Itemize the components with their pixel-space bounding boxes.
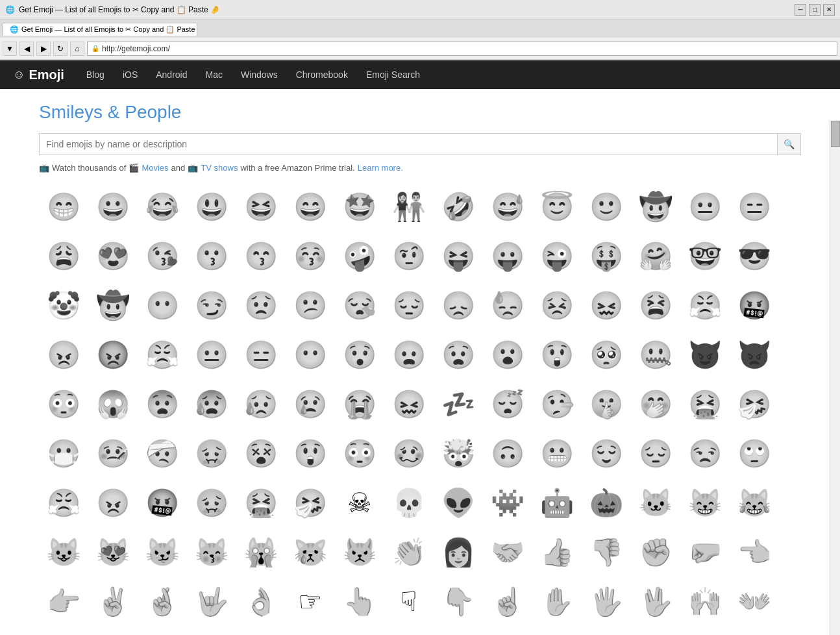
emoji-cell[interactable]: ☝ — [483, 577, 532, 626]
emoji-cell[interactable]: 🤬 — [730, 280, 779, 330]
emoji-cell[interactable]: 🤪 — [335, 231, 384, 280]
emoji-cell[interactable]: 🤭 — [631, 379, 680, 429]
emoji-cell[interactable]: 😳 — [335, 429, 384, 478]
emoji-cell[interactable]: 🤙 — [236, 626, 286, 635]
emoji-cell[interactable]: 😐 — [680, 182, 730, 231]
emoji-cell[interactable]: 😿 — [286, 527, 335, 577]
emoji-cell[interactable]: 🤑 — [582, 231, 631, 280]
emoji-cell[interactable]: 🤢 — [187, 478, 236, 527]
emoji-cell[interactable]: 😼 — [138, 527, 187, 577]
emoji-cell[interactable]: 😖 — [384, 379, 434, 429]
emoji-cell[interactable]: 👏 — [384, 527, 434, 577]
emoji-cell[interactable]: 👎 — [582, 527, 631, 577]
emoji-cell[interactable]: 😑 — [730, 182, 779, 231]
emoji-cell[interactable]: 🤧 — [730, 379, 779, 429]
emoji-cell[interactable]: 😆 — [236, 182, 286, 231]
emoji-cell[interactable]: 😓 — [483, 280, 532, 330]
emoji-cell[interactable]: 😘 — [138, 231, 187, 280]
emoji-cell[interactable]: ✊ — [631, 527, 680, 577]
emoji-cell[interactable]: 😹 — [730, 478, 779, 527]
emoji-cell[interactable]: 🤳 — [187, 626, 236, 635]
amazon-learn-more-link[interactable]: Learn more. — [358, 163, 403, 173]
emoji-cell[interactable]: 😳 — [39, 379, 88, 429]
emoji-cell[interactable]: 😍 — [88, 231, 138, 280]
emoji-cell[interactable]: 👍 — [532, 527, 582, 577]
nav-link-android[interactable]: Android — [147, 60, 196, 89]
scrollbar[interactable] — [830, 120, 840, 635]
emoji-cell[interactable]: 👧 — [730, 626, 779, 635]
emoji-cell[interactable]: 🤧 — [286, 478, 335, 527]
emoji-cell[interactable]: 😨 — [138, 379, 187, 429]
emoji-cell[interactable]: 😕 — [286, 280, 335, 330]
emoji-cell[interactable]: 😤 — [138, 330, 187, 379]
nav-link-mac[interactable]: Mac — [196, 60, 231, 89]
search-input[interactable] — [39, 133, 778, 155]
emoji-cell[interactable]: 💪 — [39, 626, 88, 635]
emoji-cell[interactable]: 😮 — [483, 330, 532, 379]
site-logo[interactable]: ☺ Emoji — [13, 68, 64, 82]
search-button[interactable]: 🔍 — [778, 133, 801, 155]
close-button[interactable]: ✕ — [823, 4, 835, 16]
emoji-cell[interactable]: 😰 — [187, 379, 236, 429]
emoji-cell[interactable]: 🤠 — [88, 280, 138, 330]
nav-link-ios[interactable]: iOS — [114, 60, 147, 89]
emoji-cell[interactable]: 🤢 — [187, 429, 236, 478]
emoji-cell[interactable]: 🖕 — [88, 626, 138, 635]
emoji-cell[interactable]: 👄 — [384, 626, 434, 635]
emoji-cell[interactable]: 🤓 — [680, 231, 730, 280]
emoji-cell[interactable]: 🤮 — [680, 379, 730, 429]
emoji-cell[interactable]: 🤐 — [631, 330, 680, 379]
emoji-cell[interactable]: 👶 — [680, 626, 730, 635]
emoji-cell[interactable]: 🤠 — [631, 182, 680, 231]
emoji-cell[interactable]: 😏 — [187, 280, 236, 330]
emoji-cell[interactable]: 💤 — [434, 379, 483, 429]
emoji-cell[interactable]: 😌 — [582, 429, 631, 478]
emoji-cell[interactable]: 🤮 — [236, 478, 286, 527]
emoji-cell[interactable]: 😞 — [434, 280, 483, 330]
emoji-cell[interactable]: 😚 — [286, 231, 335, 280]
emoji-cell[interactable]: 😯 — [335, 330, 384, 379]
emoji-cell[interactable]: 😤 — [39, 478, 88, 527]
emoji-cell[interactable]: 👁 — [582, 626, 631, 635]
emoji-cell[interactable]: 🙄 — [730, 429, 779, 478]
emoji-cell[interactable]: 😦 — [384, 330, 434, 379]
emoji-cell[interactable]: 😈 — [680, 330, 730, 379]
emoji-cell[interactable]: 👌 — [236, 577, 286, 626]
emoji-cell[interactable]: 😭 — [335, 379, 384, 429]
emoji-cell[interactable]: 🤯 — [434, 429, 483, 478]
emoji-cell[interactable]: 😶 — [286, 330, 335, 379]
emoji-cell[interactable]: 🙃 — [483, 429, 532, 478]
emoji-cell[interactable]: 😣 — [532, 280, 582, 330]
emoji-cell[interactable]: 😩 — [39, 231, 88, 280]
emoji-cell[interactable]: 😠 — [39, 330, 88, 379]
emoji-cell[interactable]: 😢 — [286, 379, 335, 429]
emoji-cell[interactable]: 🖖 — [631, 577, 680, 626]
emoji-cell[interactable]: 👆 — [335, 577, 384, 626]
emoji-cell[interactable]: 🤖 — [532, 478, 582, 527]
emoji-cell[interactable]: 💍 — [483, 626, 532, 635]
emoji-cell[interactable]: 🙌 — [680, 577, 730, 626]
emoji-cell[interactable]: 🤡 — [39, 280, 88, 330]
emoji-cell[interactable]: 🙀 — [236, 527, 286, 577]
emoji-cell[interactable]: ✍ — [138, 626, 187, 635]
emoji-cell[interactable]: 🤟 — [187, 577, 236, 626]
emoji-cell[interactable]: 🤞 — [138, 577, 187, 626]
forward-button[interactable]: ▶ — [36, 42, 51, 56]
emoji-cell[interactable]: 😇 — [532, 182, 582, 231]
emoji-cell[interactable]: 🖐 — [582, 577, 631, 626]
emoji-cell[interactable]: 🤗 — [631, 231, 680, 280]
emoji-cell[interactable]: 😜 — [532, 231, 582, 280]
emoji-cell[interactable]: 😄 — [286, 182, 335, 231]
emoji-cell[interactable]: 😖 — [582, 280, 631, 330]
emoji-cell[interactable]: 👫 — [384, 182, 434, 231]
emoji-cell[interactable]: 🚽 — [434, 626, 483, 635]
address-bar[interactable]: 🔒 http://getemoji.com/ — [87, 42, 837, 56]
emoji-cell[interactable]: 🤩 — [335, 182, 384, 231]
nav-link-emoji-search[interactable]: Emoji Search — [357, 60, 429, 89]
emoji-cell[interactable]: 🤣 — [434, 182, 483, 231]
emoji-cell[interactable]: 👩 — [434, 527, 483, 577]
emoji-cell[interactable]: 😎 — [730, 231, 779, 280]
emoji-cell[interactable]: ☠ — [335, 478, 384, 527]
emoji-cell[interactable]: ✌ — [286, 626, 335, 635]
emoji-cell[interactable]: 😗 — [187, 231, 236, 280]
